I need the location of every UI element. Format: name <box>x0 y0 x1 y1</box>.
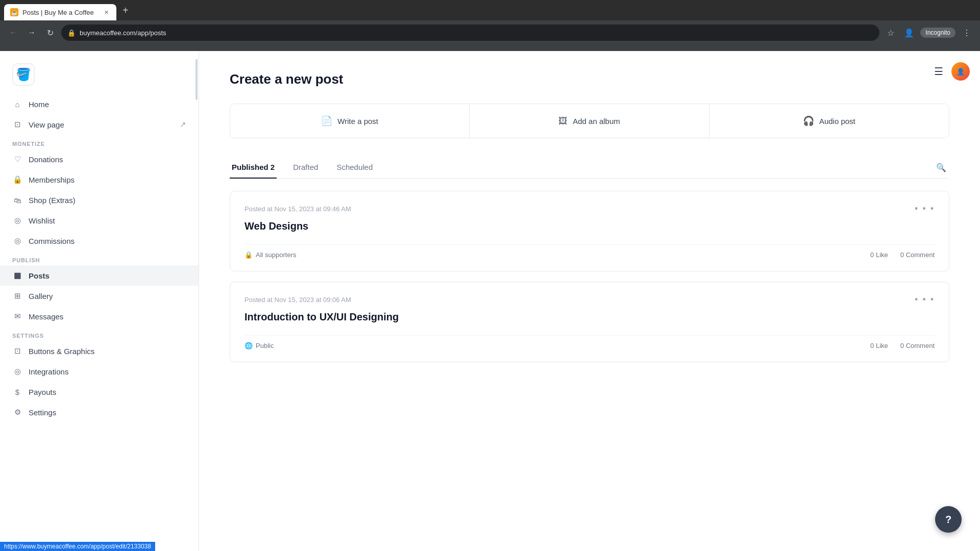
audio-post-button[interactable]: 🎧 Audio post <box>709 104 949 138</box>
browser-tab[interactable]: ☕ Posts | Buy Me a Coffee ✕ <box>4 4 116 20</box>
post-2-audience-label: Public <box>256 342 274 349</box>
avatar-initial: 👤 <box>957 68 965 76</box>
search-button[interactable]: 🔍 <box>933 159 949 176</box>
status-bar: https://www.buymeacoffee.com/app/post/ed… <box>0 542 155 551</box>
sidebar-view-page-label: View page <box>29 120 64 129</box>
sidebar-item-home[interactable]: ⌂ Home <box>0 94 199 114</box>
sidebar-scrollbar-thumb <box>195 59 198 100</box>
bookmark-button[interactable]: ☆ <box>884 26 898 40</box>
sidebar-settings-label: Settings <box>29 408 56 417</box>
sidebar-scrollbar <box>194 51 198 551</box>
sidebar-item-shop[interactable]: 🛍 Shop (Extras) <box>0 190 199 210</box>
search-icon: 🔍 <box>936 163 946 172</box>
tabs-bar: Published 2 Drafted Scheduled 🔍 <box>230 157 949 179</box>
post-1-comments: 0 Comment <box>900 251 935 259</box>
sidebar-item-settings[interactable]: ⚙ Settings <box>0 402 199 422</box>
status-url: https://www.buymeacoffee.com/app/post/ed… <box>4 543 151 550</box>
address-text: buymeacoffee.com/app/posts <box>80 29 166 37</box>
external-link-icon: ↗ <box>180 120 186 129</box>
menu-button[interactable]: ⋮ <box>960 26 974 40</box>
post-2-likes: 0 Like <box>870 342 888 349</box>
post-2-meta: Posted at Nov 15, 2023 at 09:06 AM • • • <box>244 294 935 305</box>
post-1-footer: 🔒 All supporters 0 Like 0 Comment <box>244 244 935 259</box>
sidebar-gallery-label: Gallery <box>29 292 53 300</box>
sidebar-wishlist-label: Wishlist <box>29 216 55 225</box>
sidebar-item-messages[interactable]: ✉ Messages <box>0 306 199 327</box>
post-2-audience-icon: 🌐 <box>244 342 253 349</box>
sidebar-item-posts[interactable]: ▦ Posts <box>0 265 199 286</box>
help-button[interactable]: ? <box>935 506 962 533</box>
post-1-menu-button[interactable]: • • • <box>915 204 935 214</box>
post-1-audience: 🔒 All supporters <box>244 251 296 259</box>
audio-post-icon: 🎧 <box>803 115 814 127</box>
tab-drafted[interactable]: Drafted <box>291 157 320 179</box>
monetize-section-label: MONETIZE <box>0 135 199 149</box>
commissions-icon: ◎ <box>12 236 22 246</box>
sidebar-posts-label: Posts <box>29 271 50 280</box>
post-1-audience-label: All supporters <box>256 251 296 259</box>
publish-section-label: PUBLISH <box>0 251 199 265</box>
tab-favicon: ☕ <box>10 8 18 16</box>
write-post-label: Write a post <box>337 117 378 126</box>
incognito-badge[interactable]: Incognito <box>920 28 955 38</box>
post-2-footer: 🌐 Public 0 Like 0 Comment <box>244 335 935 349</box>
tab-scheduled-label: Scheduled <box>336 163 373 171</box>
sidebar-item-wishlist[interactable]: ◎ Wishlist <box>0 210 199 231</box>
profile-button[interactable]: 👤 <box>902 26 916 40</box>
settings-icon: ⚙ <box>12 407 22 417</box>
add-album-icon: 🖼 <box>558 116 568 127</box>
buttons-graphics-icon: ⊡ <box>12 346 22 356</box>
sidebar-item-donations[interactable]: ♡ Donations <box>0 149 199 169</box>
sidebar-item-payouts[interactable]: $ Payouts <box>0 382 199 402</box>
sidebar-payouts-label: Payouts <box>29 388 56 396</box>
avatar[interactable]: 👤 <box>951 62 970 81</box>
settings-section-label: SETTINGS <box>0 327 199 341</box>
add-album-label: Add an album <box>573 117 620 126</box>
sidebar-buttons-label: Buttons & Graphics <box>29 347 94 356</box>
header-right: ☰ 👤 <box>934 51 970 92</box>
sidebar-item-integrations[interactable]: ◎ Integrations <box>0 361 199 382</box>
hamburger-button[interactable]: ☰ <box>934 65 943 78</box>
post-2-comments: 0 Comment <box>900 342 935 349</box>
forward-button[interactable]: → <box>24 26 39 40</box>
sidebar-item-gallery[interactable]: ⊞ Gallery <box>0 286 199 306</box>
integrations-icon: ◎ <box>12 366 22 377</box>
sidebar-shop-label: Shop (Extras) <box>29 196 76 205</box>
tab-drafted-label: Drafted <box>293 163 318 171</box>
help-icon: ? <box>945 514 951 525</box>
post-2-title: Introduction to UX/UI Designing <box>244 311 935 323</box>
reload-button[interactable]: ↻ <box>43 26 57 40</box>
wishlist-icon: ◎ <box>12 215 22 226</box>
new-tab-button[interactable]: + <box>118 3 133 18</box>
post-2-menu-button[interactable]: • • • <box>915 294 935 305</box>
sidebar: 🪣 ⌂ Home ⊡ View page ↗ MONETIZE ♡ Donati… <box>0 51 199 551</box>
sidebar-item-memberships[interactable]: 🔒 Memberships <box>0 169 199 190</box>
sidebar-commissions-label: Commissions <box>29 237 75 245</box>
sidebar-item-commissions[interactable]: ◎ Commissions <box>0 231 199 251</box>
post-1-meta: Posted at Nov 15, 2023 at 09:46 AM • • • <box>244 204 935 214</box>
post-card-1: Posted at Nov 15, 2023 at 09:46 AM • • •… <box>230 191 949 271</box>
tab-close-button[interactable]: ✕ <box>102 8 110 16</box>
memberships-icon: 🔒 <box>12 174 22 185</box>
write-post-button[interactable]: 📄 Write a post <box>230 104 470 138</box>
view-page-icon: ⊡ <box>12 119 22 130</box>
sidebar-logo: 🪣 <box>0 59 199 94</box>
post-1-likes: 0 Like <box>870 251 888 259</box>
gallery-icon: ⊞ <box>12 291 22 301</box>
home-icon: ⌂ <box>12 99 22 109</box>
address-bar[interactable]: 🔒 buymeacoffee.com/app/posts <box>61 24 879 41</box>
sidebar-item-view-page[interactable]: ⊡ View page ↗ <box>0 114 199 135</box>
tab-published-label: Published 2 <box>232 163 275 171</box>
main-content: ☰ 👤 Create a new post 📄 Write a post 🖼 A… <box>199 51 980 551</box>
sidebar-memberships-label: Memberships <box>29 176 75 184</box>
back-button[interactable]: ← <box>6 26 20 40</box>
post-1-date: Posted at Nov 15, 2023 at 09:46 AM <box>244 205 351 213</box>
tab-published[interactable]: Published 2 <box>230 157 277 179</box>
page-title: Create a new post <box>230 71 949 87</box>
sidebar-item-buttons-graphics[interactable]: ⊡ Buttons & Graphics <box>0 341 199 361</box>
tab-scheduled[interactable]: Scheduled <box>334 157 375 179</box>
sidebar-integrations-label: Integrations <box>29 367 68 376</box>
app-logo: 🪣 <box>12 63 35 86</box>
sidebar-donations-label: Donations <box>29 155 63 164</box>
add-album-button[interactable]: 🖼 Add an album <box>470 104 709 138</box>
